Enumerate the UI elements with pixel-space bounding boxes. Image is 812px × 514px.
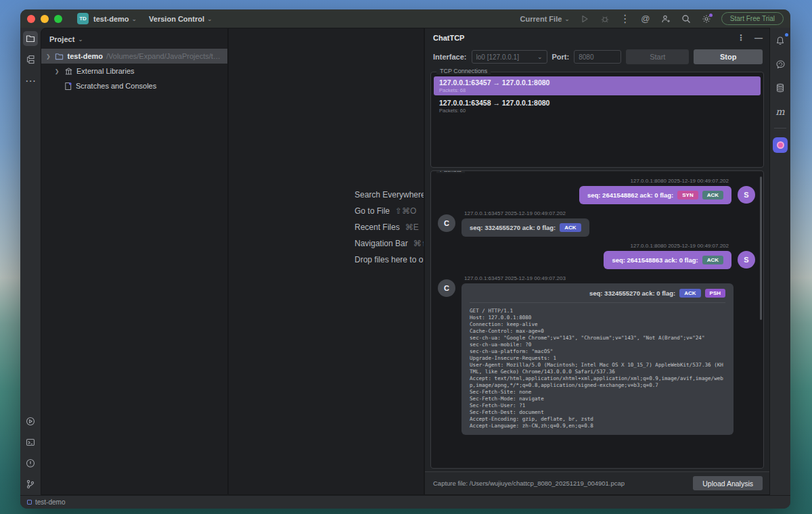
packets-scrollbar[interactable]	[760, 177, 762, 320]
tcp-connections-section: TCP Connections 127.0.0.1:63457 → 127.0.…	[430, 72, 764, 168]
client-avatar: C	[438, 279, 455, 297]
desktop-wallpaper: TD test-demo ⌄ Version Control ⌄ Current…	[0, 0, 812, 514]
status-bar: test-demo	[20, 495, 790, 509]
structure-tool-icon[interactable]	[23, 52, 38, 67]
flag-badge-ack: ACK	[560, 223, 581, 232]
stop-capture-button[interactable]: Stop	[694, 49, 763, 64]
tree-row-project-root[interactable]: ❯ test-demo /Volumes/Expand/JavaProjects…	[41, 49, 227, 64]
search-everywhere-icon[interactable]	[681, 14, 692, 24]
more-actions-icon[interactable]: ⋮	[620, 14, 631, 24]
client-avatar: C	[438, 214, 455, 232]
packet-bubble: seq: 3324555270 ack: 0 flag: ACK	[461, 218, 589, 237]
terminal-tool-icon[interactable]	[23, 435, 38, 450]
chevron-down-icon: ⌄	[564, 16, 570, 22]
problems-tool-icon[interactable]	[23, 456, 38, 471]
ide-window: TD test-demo ⌄ Version Control ⌄ Current…	[20, 9, 790, 509]
hint-drop-files: Drop files here to op	[355, 252, 424, 268]
settings-notification-dot	[709, 14, 713, 17]
module-icon	[27, 500, 32, 505]
start-free-trial-button[interactable]: Start Free Trial	[721, 12, 784, 25]
panel-options-icon[interactable]: ⋮	[737, 33, 745, 43]
panel-minimize-icon[interactable]: —	[754, 33, 763, 43]
services-tool-icon[interactable]	[23, 414, 38, 429]
capture-controls: Interface: lo0 [127.0.0.1] ⌄ Port: 8080 …	[425, 46, 769, 69]
port-input[interactable]: 8080	[574, 50, 621, 64]
http-payload: GET / HTTP/1.1 Host: 127.0.0.1:8080 Conn…	[470, 303, 725, 429]
hint-go-to-file: Go to File ⇧⌘O	[355, 203, 424, 219]
connection-row[interactable]: 127.0.0.1:63457 → 127.0.0.1:8080 Packets…	[434, 76, 761, 95]
flag-badge-ack: ACK	[702, 191, 723, 200]
flag-badge-ack: ACK	[702, 256, 723, 264]
settings-gear-icon[interactable]	[701, 14, 712, 24]
flag-badge-ack: ACK	[679, 289, 700, 298]
zoom-window-button[interactable]	[54, 15, 62, 23]
chevron-down-icon: ⌄	[207, 16, 212, 22]
packet-bubble: seq: 2641548863 ack: 0 flag: ACK	[604, 251, 731, 269]
code-with-me-icon[interactable]	[660, 14, 671, 24]
maven-tool-icon[interactable]: m	[773, 104, 788, 119]
packet-message[interactable]: 127.0.0.1:8080 2025-12-19 00:49:07.202 s…	[438, 243, 755, 269]
hint-search-everywhere: Search Everywhere	[355, 187, 424, 203]
packet-message[interactable]: C 127.0.0.1:63457 2025-12-19 00:49:07.20…	[438, 275, 755, 435]
notifications-bell-icon[interactable]	[773, 33, 788, 48]
flag-badge-syn: SYN	[677, 191, 698, 200]
editor-area[interactable]: Search Everywhere Go to File ⇧⌘O Recent …	[228, 28, 424, 495]
capture-file-path: Capture file: /Users/wujiuye/chattcp_808…	[433, 480, 625, 487]
scratch-file-icon	[63, 81, 72, 91]
chattcp-title: ChatTCP	[433, 34, 464, 42]
chevron-down-icon: ⌄	[132, 16, 137, 22]
packet-message[interactable]: 127.0.0.1:8080 2025-12-19 00:49:07.202 s…	[438, 178, 755, 204]
run-icon[interactable]	[579, 14, 590, 24]
run-configuration-selector[interactable]: Current File ⌄	[520, 15, 570, 23]
library-icon	[64, 66, 73, 76]
tcp-connections-title: TCP Connections	[436, 68, 491, 74]
tree-row-external-libraries[interactable]: ❯ External Libraries	[41, 64, 227, 78]
title-bar: TD test-demo ⌄ Version Control ⌄ Current…	[20, 9, 790, 28]
status-project-name[interactable]: test-demo	[35, 498, 65, 506]
strip-divider	[774, 128, 786, 128]
right-tool-strip: m	[770, 28, 790, 495]
hint-recent-files: Recent Files ⌘E	[355, 219, 424, 235]
server-avatar: S	[738, 186, 755, 204]
tree-row-scratches[interactable]: Scratches and Consoles	[41, 78, 227, 93]
packets-title: Packets	[436, 170, 465, 173]
expand-arrow-icon[interactable]: ❯	[53, 68, 60, 74]
more-tool-windows-icon[interactable]: ⋯	[23, 73, 38, 88]
folder-icon	[55, 51, 64, 61]
project-panel-header[interactable]: Project ⌄	[41, 32, 227, 49]
project-panel: Project ⌄ ❯ test-demo /Volumes/Expand/Ja…	[41, 28, 228, 495]
packet-message[interactable]: C 127.0.0.1:63457 2025-12-19 00:49:07.20…	[438, 210, 755, 237]
connection-row[interactable]: 127.0.0.1:63458 → 127.0.0.1:8080 Packets…	[434, 97, 761, 116]
debug-icon[interactable]	[600, 14, 610, 24]
capture-file-bar: Capture file: /Users/wujiuye/chattcp_808…	[425, 471, 769, 494]
ai-chat-tool-icon[interactable]	[773, 57, 788, 72]
chevron-down-icon: ⌄	[537, 53, 543, 60]
project-avatar[interactable]: TD	[77, 13, 89, 24]
packets-section[interactable]: Packets 127.0.0.1:8080 2025-12-19 00:49:…	[430, 170, 764, 469]
start-capture-button[interactable]: Start	[626, 49, 689, 64]
interface-select[interactable]: lo0 [127.0.0.1] ⌄	[472, 50, 547, 64]
chevron-down-icon: ⌄	[78, 36, 83, 43]
project-menu[interactable]: test-demo ⌄	[93, 15, 137, 23]
expand-arrow-icon[interactable]: ❯	[45, 53, 51, 60]
notification-dot	[785, 33, 788, 37]
close-window-button[interactable]	[27, 15, 35, 23]
chattcp-panel: ChatTCP ⋮ — Interface: lo0 [127.0.0.1] ⌄…	[424, 28, 770, 495]
server-avatar: S	[738, 251, 755, 268]
chattcp-plugin-icon[interactable]	[773, 137, 788, 152]
project-tool-icon[interactable]	[23, 31, 38, 46]
ai-assistant-icon[interactable]: @	[640, 14, 651, 24]
hint-navigation-bar: Navigation Bar ⌘↑	[355, 235, 424, 252]
plugin-logo-dot	[777, 141, 784, 149]
editor-shortcut-hints: Search Everywhere Go to File ⇧⌘O Recent …	[355, 187, 424, 268]
chattcp-header: ChatTCP ⋮ —	[425, 28, 769, 46]
flag-badge-psh: PSH	[705, 289, 725, 298]
packet-bubble: seq: 2641548862 ack: 0 flag: SYN ACK	[579, 186, 731, 204]
vcs-menu[interactable]: Version Control ⌄	[149, 15, 212, 23]
database-tool-icon[interactable]	[773, 80, 788, 95]
git-branch-icon[interactable]	[23, 477, 38, 492]
port-label: Port:	[552, 53, 570, 61]
upload-analysis-button[interactable]: Upload Analysis	[693, 476, 763, 490]
minimize-window-button[interactable]	[41, 15, 49, 23]
packet-bubble-payload: seq: 3324555270 ack: 0 flag: ACK PSH GET…	[461, 283, 734, 435]
